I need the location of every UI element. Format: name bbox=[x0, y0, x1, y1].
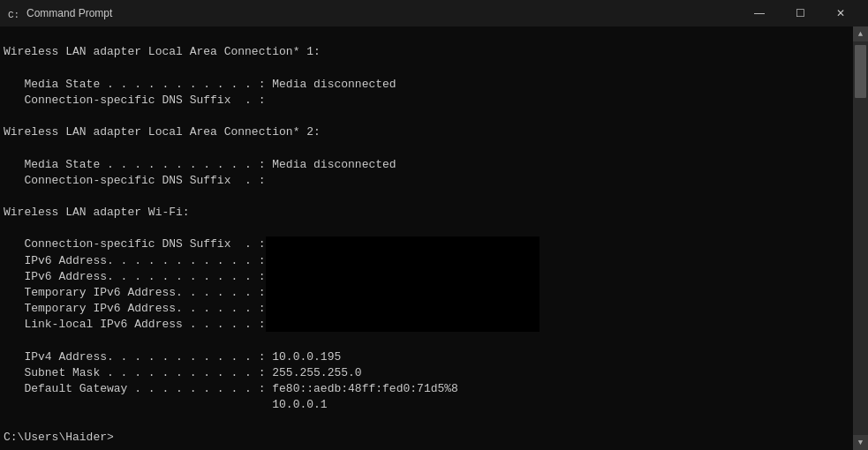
line-prompt: C:\Users\Haider> bbox=[4, 431, 114, 444]
line-3: Media State . . . . . . . . . . . : Medi… bbox=[4, 78, 396, 91]
scroll-down-arrow[interactable]: ▼ bbox=[853, 435, 868, 450]
titlebar: C: Command Prompt — ☐ ✕ bbox=[0, 0, 868, 26]
scrollbar[interactable]: ▲ ▼ bbox=[853, 26, 868, 450]
terminal-body: Wireless LAN adapter Local Area Connecti… bbox=[0, 26, 868, 450]
line-labels: Connection-specific DNS Suffix . : IPv6 … bbox=[4, 236, 265, 333]
command-prompt-window: C: Command Prompt — ☐ ✕ Wireless LAN ada… bbox=[0, 0, 868, 450]
line-9: Connection-specific DNS Suffix . : bbox=[4, 174, 265, 187]
line-4: Connection-specific DNS Suffix . : bbox=[4, 94, 265, 107]
maximize-button[interactable]: ☐ bbox=[780, 0, 820, 26]
line-subnet: Subnet Mask . . . . . . . . . . . : 255.… bbox=[4, 366, 362, 379]
scrollbar-thumb[interactable] bbox=[855, 45, 866, 98]
line-group-redacted: Connection-specific DNS Suffix . : IPv6 … bbox=[4, 236, 849, 333]
line-1: Wireless LAN adapter Local Area Connecti… bbox=[4, 45, 321, 58]
line-ipv4: IPv4 Address. . . . . . . . . . . : 10.0… bbox=[4, 350, 341, 364]
line-11: Wireless LAN adapter Wi-Fi: bbox=[4, 206, 190, 219]
close-button[interactable]: ✕ bbox=[820, 0, 861, 26]
window-title: Command Prompt bbox=[26, 7, 739, 19]
line-6: Wireless LAN adapter Local Area Connecti… bbox=[4, 125, 321, 139]
line-8: Media State . . . . . . . . . . . : Medi… bbox=[4, 158, 396, 171]
scrollbar-track[interactable] bbox=[853, 41, 868, 435]
line-gateway1: Default Gateway . . . . . . . . . : fe80… bbox=[4, 382, 458, 395]
minimize-button[interactable]: — bbox=[739, 0, 780, 26]
terminal-output[interactable]: Wireless LAN adapter Local Area Connecti… bbox=[0, 26, 853, 450]
svg-text:C:: C: bbox=[8, 10, 19, 20]
redacted-overlay bbox=[266, 236, 540, 332]
cmd-icon: C: bbox=[7, 6, 21, 20]
scroll-up-arrow[interactable]: ▲ bbox=[853, 26, 868, 41]
window-controls: — ☐ ✕ bbox=[739, 0, 861, 26]
line-gateway2: 10.0.0.1 bbox=[4, 398, 328, 411]
